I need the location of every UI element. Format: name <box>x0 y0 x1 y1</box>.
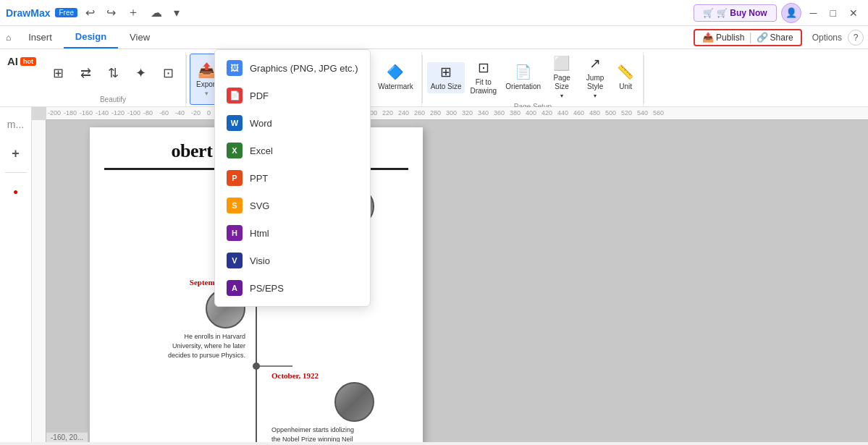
ribbon-toolbar: AI hot ⊞ ⇄ ⇅ ✦ ⊡ Beautify 📤 Export ▾ 🎨 B… <box>0 49 868 107</box>
ruler-mark: -40 <box>175 109 185 116</box>
export-pdf-item[interactable]: 📄 PDF <box>215 82 370 109</box>
maximize-button[interactable]: □ <box>826 6 840 20</box>
canvas-area: -200 -180 -160 -140 -120 -100 -80 -60 -4… <box>32 107 868 442</box>
ruler-mark: 320 <box>462 109 473 116</box>
word-icon: W <box>227 115 243 131</box>
new-page-button[interactable]: ＋ <box>124 3 143 22</box>
beautify-btn-3[interactable]: ⇅ <box>100 64 126 84</box>
export-word-item[interactable]: W Word <box>215 109 370 137</box>
tool-dots-button[interactable]: m... <box>3 111 29 137</box>
ai-text: AI <box>7 55 18 67</box>
beautify-buttons: ⊞ ⇄ ⇅ ✦ ⊡ <box>45 54 181 94</box>
ruler-mark: 500 <box>605 109 616 116</box>
beautify-btn-4[interactable]: ✦ <box>127 64 153 84</box>
export-dropdown: 🖼 Graphics (PNG, JPG etc.) 📄 PDF W Word … <box>214 49 371 307</box>
close-button[interactable]: ✕ <box>845 6 862 20</box>
free-badge: Free <box>55 8 77 17</box>
tab-home[interactable]: ⌂ <box>0 26 17 48</box>
left-toolbar: m... + ● <box>0 107 32 442</box>
layout4-icon: ✦ <box>135 66 146 82</box>
orientation-button[interactable]: 📄 Orientation <box>502 62 544 93</box>
layout1-icon: ⊞ <box>53 66 64 82</box>
excel-icon: X <box>227 143 243 158</box>
export-visio-label: Visio <box>250 255 270 266</box>
export-excel-item[interactable]: X Excel <box>215 137 370 164</box>
ruler-mark: 560 <box>653 109 664 116</box>
save-cloud-button[interactable]: ☁ <box>147 4 166 22</box>
fit-to-drawing-icon: ⊡ <box>478 60 489 77</box>
beautify-btn-5[interactable]: ⊡ <box>155 64 181 84</box>
export-visio-item[interactable]: V Visio <box>215 247 370 274</box>
export-html-label: Html <box>250 228 269 239</box>
publish-button[interactable]: 📤 Publish <box>699 30 747 44</box>
event-date-3: October, 1922 <box>271 371 319 380</box>
coord-display: -160, 20... <box>46 432 88 442</box>
ruler-mark: 220 <box>382 109 393 116</box>
ribbon-group-beautify: ⊞ ⇄ ⇅ ✦ ⊡ Beautify <box>41 52 186 106</box>
ruler-mark: 460 <box>573 109 584 116</box>
event-photo-3 <box>334 382 374 422</box>
hot-badge: hot <box>20 57 36 66</box>
unit-button[interactable]: 📏 Unit <box>612 62 639 93</box>
share-button[interactable]: 🔗 Share <box>754 30 796 44</box>
page-size-icon: ⬜ <box>553 56 570 72</box>
fit-to-drawing-button[interactable]: ⊡ Fit toDrawing <box>466 58 500 98</box>
watermark-label: Watermark <box>378 82 413 91</box>
ruler-mark: 240 <box>398 109 409 116</box>
ai-badge-area: AI hot <box>3 55 41 67</box>
minimize-button[interactable]: ─ <box>806 6 822 20</box>
export-ps-label: PS/EPS <box>250 283 284 294</box>
ruler-mark: -120 <box>111 109 125 116</box>
export-word-label: Word <box>250 118 272 129</box>
ruler-mark: 300 <box>446 109 457 116</box>
export-ppt-label: PPT <box>250 173 268 184</box>
app-name: DrawMax <box>6 7 50 19</box>
watermark-icon: 🔷 <box>387 64 404 81</box>
export-pdf-label: PDF <box>250 90 269 101</box>
page-size-arrow: ▾ <box>560 93 563 100</box>
page-size-button[interactable]: ⬜ PageSize ▾ <box>546 54 578 101</box>
ruler-mark: 540 <box>637 109 648 116</box>
user-avatar[interactable]: 👤 <box>781 3 801 23</box>
ruler-mark: -140 <box>96 109 109 116</box>
tab-design[interactable]: Design <box>64 26 118 48</box>
buy-now-button[interactable]: 🛒 🛒 Buy Now <box>694 4 777 22</box>
undo-button[interactable]: ↩ <box>82 4 98 22</box>
horizontal-ruler: -200 -180 -160 -140 -120 -100 -80 -60 -4… <box>46 107 868 120</box>
tab-view-label: View <box>130 32 150 43</box>
jump-style-button[interactable]: ↗ JumpStyle ▾ <box>579 54 611 101</box>
event-desc-2: He enrolls in Harvard University, where … <box>159 332 245 360</box>
ruler-mark: 340 <box>478 109 489 116</box>
watermark-button[interactable]: 🔷 Watermark <box>374 62 417 93</box>
export-ps-item[interactable]: A PS/EPS <box>215 274 370 302</box>
tab-view[interactable]: View <box>118 26 161 48</box>
export-icon: 📤 <box>198 62 216 79</box>
ruler-mark: 400 <box>526 109 536 116</box>
auto-size-icon: ⊞ <box>440 64 452 81</box>
export-png-item[interactable]: 🖼 Graphics (PNG, JPG etc.) <box>215 54 370 82</box>
options-button[interactable]: Options <box>806 30 848 46</box>
help-button[interactable]: ? <box>848 30 864 46</box>
tool-add-button[interactable]: + <box>3 140 29 166</box>
ruler-mark: 440 <box>557 109 568 116</box>
publish-label: Publish <box>716 33 744 43</box>
export-arrow-icon: ▾ <box>205 90 208 97</box>
top-bar: DrawMax Free ↩ ↪ ＋ ☁ ▾ 🛒 🛒 Buy Now 👤 ─ □… <box>0 0 868 26</box>
beautify-btn-2[interactable]: ⇄ <box>72 64 98 84</box>
event-desc-3: Oppenheimer starts idolizing the Nobel P… <box>271 425 358 442</box>
buy-now-label: 🛒 Buy Now <box>717 8 767 18</box>
tab-insert[interactable]: Insert <box>17 26 64 48</box>
ribbon-group-page-setup: ⊞ Auto Size ⊡ Fit toDrawing 📄 Orientatio… <box>423 52 644 106</box>
ruler-mark: 420 <box>542 109 552 116</box>
layout3-icon: ⇅ <box>108 66 119 82</box>
more-button[interactable]: ▾ <box>170 4 183 22</box>
export-html-item[interactable]: H Html <box>215 219 370 247</box>
beautify-btn-1[interactable]: ⊞ <box>45 64 71 84</box>
export-svg-item[interactable]: S SVG <box>215 192 370 219</box>
vertical-ruler <box>32 120 46 442</box>
auto-size-button[interactable]: ⊞ Auto Size <box>427 62 465 93</box>
main-area: m... + ● -200 -180 -160 -140 -120 -100 -… <box>0 107 868 442</box>
redo-button[interactable]: ↪ <box>103 4 119 22</box>
export-ppt-item[interactable]: P PPT <box>215 164 370 192</box>
canvas-content[interactable]: obert J. Oppenheimer Summer, 1922 <box>46 120 868 442</box>
